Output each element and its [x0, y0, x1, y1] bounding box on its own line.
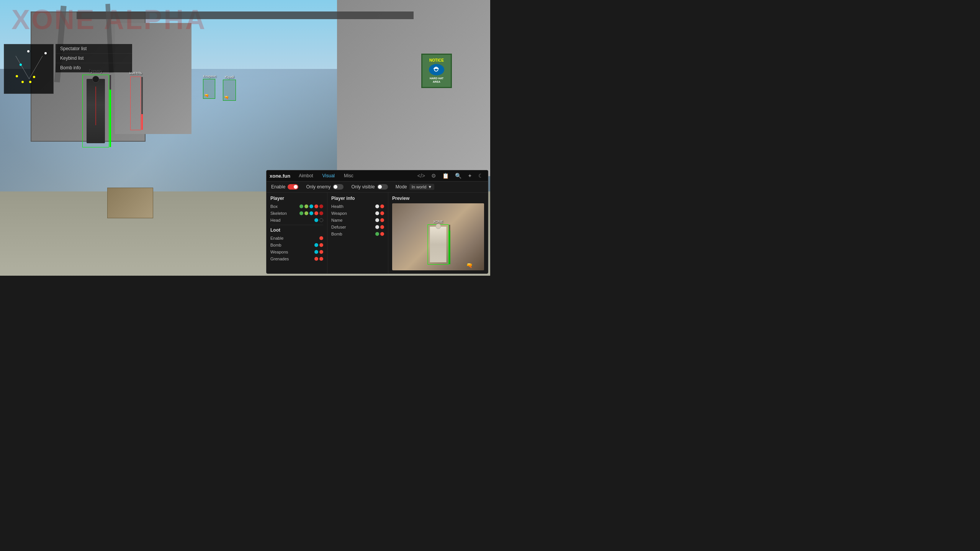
loot-grenades-dot-1[interactable] — [314, 257, 318, 261]
star-icon[interactable]: ✦ — [466, 172, 474, 180]
small-player-area-2: Юрий 🔫 — [223, 75, 236, 101]
preview-title: Preview — [392, 196, 484, 201]
cheat-menu: xone.fun Aimbot Visual Misc </> ⚙ 📋 🔍 ✦ … — [266, 170, 488, 274]
small-player-name-1: Кларенс — [203, 74, 216, 78]
loot-enable-dot[interactable] — [319, 236, 323, 240]
head-dots — [314, 218, 323, 222]
skeleton-dots — [299, 211, 323, 215]
tab-misc[interactable]: Misc — [340, 172, 357, 180]
preview-health-bar-bg — [449, 225, 450, 264]
box-dot-2[interactable] — [304, 204, 308, 208]
loot-grenades-dot-2[interactable] — [319, 257, 323, 261]
box-dot-5[interactable] — [319, 204, 323, 208]
head-dot-1[interactable] — [314, 218, 318, 222]
health-bar-2 — [141, 77, 143, 130]
loot-divider — [270, 225, 323, 225]
bomb-info-row: Bomb — [331, 232, 384, 236]
health-dot-1[interactable] — [375, 204, 379, 208]
small-gun-2: 🔫 — [224, 95, 229, 100]
health-label: Health — [331, 204, 344, 209]
loot-weapons-dot-1[interactable] — [314, 250, 318, 254]
small-gun-1: 🔫 — [204, 93, 209, 98]
mode-value: In world — [412, 185, 427, 189]
minimap-dot-1 — [27, 50, 29, 52]
player-loot-col: Player Box Skeleton — [267, 193, 327, 273]
defuser-dot-2[interactable] — [380, 225, 384, 229]
bomb-info-dot-1[interactable] — [375, 232, 379, 236]
enable-option: Enable — [271, 184, 298, 190]
box-dot-1[interactable] — [299, 204, 303, 208]
minimap-dot-5 — [21, 81, 24, 83]
tab-aimbot[interactable]: Aimbot — [295, 172, 317, 180]
gear-icon[interactable]: ⚙ — [430, 172, 438, 180]
mode-dropdown[interactable]: In world ▼ — [409, 184, 434, 190]
player-body — [87, 79, 105, 143]
ceiling-beam — [77, 11, 414, 19]
minimap-dot-4 — [16, 75, 18, 77]
spectator-list-item[interactable]: Spectator list — [56, 44, 132, 54]
loot-bomb-dot-1[interactable] — [314, 243, 318, 247]
loot-bomb-row: Bomb — [270, 243, 323, 247]
minimap-dot-2 — [44, 52, 47, 54]
loot-bomb-dot-2[interactable] — [319, 243, 323, 247]
skeleton-dot-3[interactable] — [309, 211, 313, 215]
weapon-dot-2[interactable] — [380, 211, 384, 215]
preview-player-box: XONE — [428, 224, 449, 265]
menu-body: Player Box Skeleton — [267, 193, 488, 273]
box-row: Box — [270, 204, 323, 209]
preview-player-body — [430, 227, 447, 262]
name-dot-1[interactable] — [375, 218, 379, 222]
box-dots — [299, 204, 323, 208]
defuser-row: Defuser — [331, 225, 384, 229]
moon-icon[interactable]: ☾ — [477, 172, 485, 180]
code-icon[interactable]: </> — [416, 172, 427, 180]
clipboard-icon[interactable]: 📋 — [441, 172, 450, 180]
skeleton-dot-4[interactable] — [314, 211, 318, 215]
weapon-dot-1[interactable] — [375, 211, 379, 215]
health-dot-2[interactable] — [380, 204, 384, 208]
only-visible-toggle[interactable] — [377, 184, 388, 190]
only-enemy-toggle[interactable] — [333, 184, 344, 190]
preview-gun-icon: 🔫 — [466, 262, 473, 268]
small-player-box-2: 🔫 — [223, 80, 236, 101]
name-row: Name — [331, 218, 384, 222]
box-dot-3[interactable] — [309, 204, 313, 208]
small-player-area-1: Кларенс 🔫 — [203, 74, 216, 99]
keybind-list-item[interactable]: Keybind list — [56, 54, 132, 63]
bomb-info-dot-2[interactable] — [380, 232, 384, 236]
container-1 — [107, 188, 153, 218]
search-icon[interactable]: 🔍 — [453, 172, 463, 180]
skeleton-dot-5[interactable] — [319, 211, 323, 215]
only-visible-option: Only visible — [351, 184, 388, 190]
skeleton-spine — [96, 87, 96, 125]
minimap-dot-6 — [29, 81, 31, 83]
skeleton-dot-2[interactable] — [304, 211, 308, 215]
tab-visual[interactable]: Visual — [319, 172, 339, 180]
skeleton-row: Skeleton — [270, 211, 323, 216]
defuser-dot-1[interactable] — [375, 225, 379, 229]
name-dot-2[interactable] — [380, 218, 384, 222]
only-enemy-label: Only enemy — [306, 184, 330, 190]
loot-enable-label: Enable — [270, 236, 283, 240]
box-dot-4[interactable] — [314, 204, 318, 208]
preview-player-name: XONE — [433, 220, 443, 224]
loot-section-title: Loot — [270, 227, 323, 233]
health-bar-fill-1 — [110, 90, 111, 147]
bomb-info-item[interactable]: Bomb info — [56, 63, 132, 72]
dropdown-chevron: ▼ — [428, 185, 432, 189]
preview-player-head — [435, 224, 441, 229]
preview-pane: Preview XONE 🔫 — [388, 193, 488, 273]
loot-weapons-dot-2[interactable] — [319, 250, 323, 254]
skeleton-dot-1[interactable] — [299, 211, 303, 215]
menu-icon-row: </> ⚙ 📋 🔍 ✦ ☾ — [416, 172, 485, 180]
player-section-title: Player — [270, 196, 323, 201]
preview-image: XONE 🔫 — [392, 203, 484, 270]
menu-titlebar: xone.fun Aimbot Visual Misc </> ⚙ 📋 🔍 ✦ … — [267, 170, 488, 181]
menu-tabs: xone.fun Aimbot Visual Misc — [270, 172, 357, 180]
head-dot-2[interactable] — [319, 218, 323, 222]
loot-weapons-label: Weapons — [270, 250, 288, 254]
health-bar-fill-2 — [141, 114, 143, 130]
enable-toggle[interactable] — [288, 184, 298, 190]
bomb-info-dots — [375, 232, 384, 236]
small-player-box-1: 🔫 — [203, 79, 215, 99]
